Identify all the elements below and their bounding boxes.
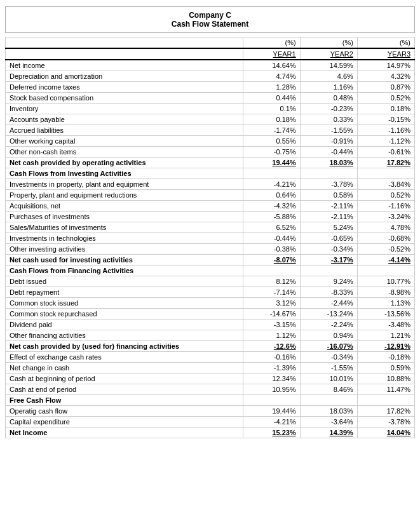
row-y2-value: 0.48%	[300, 93, 357, 104]
row-y1-value: -4.32%	[243, 201, 300, 212]
table-row: Accounts payable0.18%0.33%-0.15%	[6, 114, 415, 125]
row-y3-value: 0.87%	[357, 82, 414, 93]
header-year1: YEAR1	[243, 48, 300, 60]
row-y3-value	[357, 168, 414, 179]
row-y1-value: -7.14%	[243, 287, 300, 298]
row-label: Deferred income taxes	[6, 82, 243, 93]
row-y2-value: -2.11%	[300, 212, 357, 222]
table-row: Debt issued8.12%9.24%10.77%	[6, 276, 415, 287]
row-y2-value: 18.03%	[300, 406, 357, 417]
table-row: Common stock issued3.12%-2.44%1.13%	[6, 298, 415, 309]
row-label: Dividend paid	[6, 320, 243, 330]
row-y1-value: -3.15%	[243, 320, 300, 330]
row-y3-value: -3.84%	[357, 179, 414, 190]
row-label: Net Income	[6, 428, 243, 438]
row-y1-value: 1.28%	[243, 82, 300, 93]
table-row: Other financing activities1.12%0.94%1.21…	[6, 330, 415, 341]
row-y2-value: -2.44%	[300, 298, 357, 309]
row-label: Other non-cash items	[6, 147, 243, 158]
row-y3-value: 0.52%	[357, 190, 414, 201]
row-y3-value: 14.97%	[357, 60, 414, 71]
row-y3-value: -3.48%	[357, 320, 414, 330]
table-row: Common stock repurchased-14.67%-13.24%-1…	[6, 309, 415, 320]
table-row: Acquisitions, net-4.32%-2.11%-1.16%	[6, 201, 415, 212]
row-y3-value: 10.88%	[357, 374, 414, 384]
title-block: Company C Cash Flow Statement	[5, 6, 415, 33]
row-y2-value: 0.58%	[300, 190, 357, 201]
row-label: Net cash provided by operating activitie…	[6, 158, 243, 168]
row-y1-value	[243, 395, 300, 406]
row-y1-value: 8.12%	[243, 276, 300, 287]
header-empty	[6, 48, 243, 60]
row-y2-value: -16.07%	[300, 341, 357, 352]
company-name: Company C	[6, 11, 414, 20]
table-row: Net cash used for investing activities-8…	[6, 255, 415, 266]
row-y3-value: -12.91%	[357, 341, 414, 352]
row-y1-value: 3.12%	[243, 298, 300, 309]
table-row: Accrued liabilities-1.74%-1.55%-1.16%	[6, 125, 415, 136]
row-y3-value: 0.59%	[357, 363, 414, 374]
header-year2: YEAR2	[300, 48, 357, 60]
row-y2-value: -3.17%	[300, 255, 357, 266]
row-y3-value: -4.14%	[357, 255, 414, 266]
row-label: Free Cash Flow	[6, 395, 243, 406]
row-y3-value	[357, 266, 414, 276]
row-label: Sales/Maturities of investments	[6, 222, 243, 233]
row-label: Common stock repurchased	[6, 309, 243, 320]
row-y1-value: -12.6%	[243, 341, 300, 352]
row-y3-value: -3.24%	[357, 212, 414, 222]
row-y1-value: -5.88%	[243, 212, 300, 222]
row-y1-value: -14.67%	[243, 309, 300, 320]
table-row: Dividend paid-3.15%-2.24%-3.48%	[6, 320, 415, 330]
table-row: Investments in technologies-0.44%-0.65%-…	[6, 233, 415, 244]
row-y1-value: 19.44%	[243, 406, 300, 417]
row-y1-value: -1.39%	[243, 363, 300, 374]
row-y2-value: -3.64%	[300, 417, 357, 428]
row-y1-value: 0.18%	[243, 114, 300, 125]
row-label: Net income	[6, 60, 243, 71]
row-y2-value: -0.34%	[300, 244, 357, 255]
row-y2-value: -1.55%	[300, 363, 357, 374]
row-y1-value: -0.44%	[243, 233, 300, 244]
row-y3-value	[357, 395, 414, 406]
row-y2-value: 1.16%	[300, 82, 357, 93]
row-y3-value: -0.61%	[357, 147, 414, 158]
row-label: Effect of exchange cash rates	[6, 352, 243, 363]
row-y3-value: -13.56%	[357, 309, 414, 320]
row-y3-value: 1.21%	[357, 330, 414, 341]
row-label: Capital expenditure	[6, 417, 243, 428]
table-row: Debt repayment-7.14%-8.33%-8.98%	[6, 287, 415, 298]
row-label: Net change in cash	[6, 363, 243, 374]
row-label: Property, plant and equipment reductions	[6, 190, 243, 201]
row-y3-value: 14.04%	[357, 428, 414, 438]
row-label: Other working capital	[6, 136, 243, 147]
row-y2-value: -0.44%	[300, 147, 357, 158]
row-label: Other investing activities	[6, 244, 243, 255]
row-y2-value	[300, 266, 357, 276]
row-label: Purchases of investments	[6, 212, 243, 222]
row-y2-value: 9.24%	[300, 276, 357, 287]
row-y1-value: 10.95%	[243, 384, 300, 395]
row-label: Debt issued	[6, 276, 243, 287]
row-y3-value: 4.32%	[357, 71, 414, 82]
row-y3-value: -0.18%	[357, 352, 414, 363]
row-y1-value: -4.21%	[243, 417, 300, 428]
row-y2-value: 14.59%	[300, 60, 357, 71]
table-row: Net change in cash-1.39%-1.55%0.59%	[6, 363, 415, 374]
row-label: Accounts payable	[6, 114, 243, 125]
row-y2-value: 0.33%	[300, 114, 357, 125]
row-y1-value: -0.38%	[243, 244, 300, 255]
row-y3-value: -0.15%	[357, 114, 414, 125]
row-y2-value: 8.46%	[300, 384, 357, 395]
row-y1-value: -0.16%	[243, 352, 300, 363]
row-y2-value: 0.94%	[300, 330, 357, 341]
table-row: Net income14.64%14.59%14.97%	[6, 60, 415, 71]
row-label: Common stock issued	[6, 298, 243, 309]
row-label: Inventory	[6, 104, 243, 114]
row-label: Cash Flows from Investing Activities	[6, 168, 243, 179]
row-label: Depreciation and amortization	[6, 71, 243, 82]
row-y1-value: -8.07%	[243, 255, 300, 266]
table-row: Other non-cash items-0.75%-0.44%-0.61%	[6, 147, 415, 158]
row-y1-value: 0.44%	[243, 93, 300, 104]
table-row: Cash Flows from Financing Activities	[6, 266, 415, 276]
